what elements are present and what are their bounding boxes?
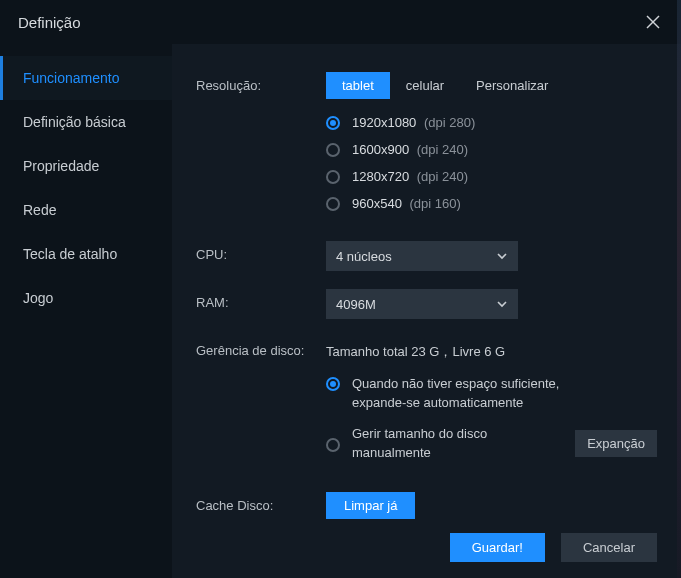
resolution-options: 1920x1080 (dpi 280) 1600x900 (dpi 240) 1… xyxy=(326,115,657,211)
dpi-value: (dpi 280) xyxy=(424,115,475,130)
expand-button[interactable]: Expanção xyxy=(575,430,657,457)
disk-option-auto[interactable]: Quando não tiver espaço suficiente, expa… xyxy=(326,375,657,413)
content-panel: Resolução: tablet celular Personalizar 1… xyxy=(172,44,681,578)
resolution-option-1600[interactable]: 1600x900 (dpi 240) xyxy=(326,142,657,157)
decorative-edge xyxy=(677,0,681,578)
disk-status-text: Tamanho total 23 G，Livre 6 G xyxy=(326,337,657,361)
sidebar-item-game[interactable]: Jogo xyxy=(0,276,172,320)
disk-manual-text: Gerir tamanho do disco manualmente xyxy=(352,425,563,463)
disk-option-manual[interactable]: Gerir tamanho do disco manualmente Expan… xyxy=(326,425,657,463)
radio-icon xyxy=(326,438,340,452)
sidebar-item-label: Tecla de atalho xyxy=(23,246,117,262)
tab-celular[interactable]: celular xyxy=(390,72,460,99)
res-value: 1920x1080 xyxy=(352,115,416,130)
sidebar-item-property[interactable]: Propriedade xyxy=(0,144,172,188)
cpu-label: CPU: xyxy=(196,241,326,262)
cpu-value: 4 núcleos xyxy=(336,249,392,264)
ram-value: 4096M xyxy=(336,297,376,312)
window-title: Definição xyxy=(18,14,81,31)
disk-auto-text: Quando não tiver espaço suficiente, expa… xyxy=(352,375,612,413)
resolution-mode-tabs: tablet celular Personalizar xyxy=(326,72,657,99)
clear-cache-button[interactable]: Limpar já xyxy=(326,492,415,519)
close-icon xyxy=(646,15,660,29)
dpi-value: (dpi 240) xyxy=(417,142,468,157)
resolution-option-1280[interactable]: 1280x720 (dpi 240) xyxy=(326,169,657,184)
cancel-button[interactable]: Cancelar xyxy=(561,533,657,562)
resolution-label: Resolução: xyxy=(196,72,326,93)
dialog-footer: Guardar! Cancelar xyxy=(450,533,657,562)
cache-label: Cache Disco: xyxy=(196,492,326,513)
cpu-select[interactable]: 4 núcleos xyxy=(326,241,518,271)
resolution-option-1920[interactable]: 1920x1080 (dpi 280) xyxy=(326,115,657,130)
title-bar: Definição xyxy=(0,0,681,44)
radio-icon xyxy=(326,116,340,130)
resolution-option-960[interactable]: 960x540 (dpi 160) xyxy=(326,196,657,211)
tab-custom[interactable]: Personalizar xyxy=(460,72,564,99)
ram-select[interactable]: 4096M xyxy=(326,289,518,319)
dpi-value: (dpi 240) xyxy=(417,169,468,184)
sidebar-item-label: Propriedade xyxy=(23,158,99,174)
dpi-value: (dpi 160) xyxy=(410,196,461,211)
chevron-down-icon xyxy=(496,250,508,262)
radio-icon xyxy=(326,143,340,157)
sidebar: Funcionamento Definição básica Proprieda… xyxy=(0,44,172,578)
radio-icon xyxy=(326,377,340,391)
sidebar-item-label: Funcionamento xyxy=(23,70,120,86)
res-value: 1280x720 xyxy=(352,169,409,184)
radio-icon xyxy=(326,170,340,184)
chevron-down-icon xyxy=(496,298,508,310)
sidebar-item-shortcut[interactable]: Tecla de atalho xyxy=(0,232,172,276)
sidebar-item-label: Jogo xyxy=(23,290,53,306)
sidebar-item-performance[interactable]: Funcionamento xyxy=(0,56,172,100)
disk-label: Gerência de disco: xyxy=(196,337,326,358)
sidebar-item-network[interactable]: Rede xyxy=(0,188,172,232)
save-button[interactable]: Guardar! xyxy=(450,533,545,562)
res-value: 960x540 xyxy=(352,196,402,211)
tab-tablet[interactable]: tablet xyxy=(326,72,390,99)
sidebar-item-label: Rede xyxy=(23,202,56,218)
close-button[interactable] xyxy=(641,10,665,34)
ram-label: RAM: xyxy=(196,289,326,310)
sidebar-item-label: Definição básica xyxy=(23,114,126,130)
sidebar-item-basic[interactable]: Definição básica xyxy=(0,100,172,144)
res-value: 1600x900 xyxy=(352,142,409,157)
radio-icon xyxy=(326,197,340,211)
